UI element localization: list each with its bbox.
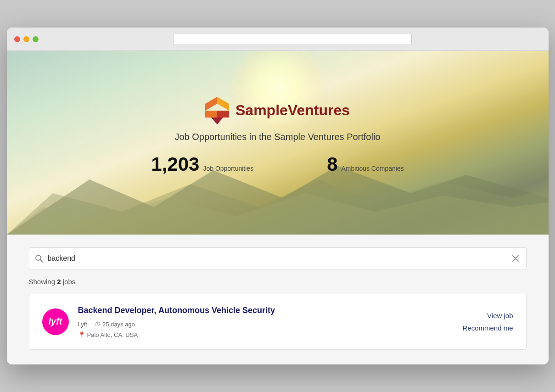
traffic-lights — [14, 36, 39, 42]
hero-tagline: Job Opportunities in the Sample Ventures… — [174, 132, 380, 142]
job-info: Backend Developer, Autonomous Vehicle Se… — [78, 305, 454, 338]
recommend-button[interactable]: Recommend me — [462, 324, 513, 332]
address-bar[interactable] — [173, 33, 412, 45]
svg-marker-5 — [217, 111, 229, 118]
clear-search-button[interactable] — [510, 253, 521, 263]
company-name: Lyft — [78, 321, 87, 328]
search-bar — [29, 247, 527, 269]
job-title: Backend Developer, Autonomous Vehicle Se… — [78, 305, 454, 316]
maximize-button[interactable] — [33, 36, 39, 42]
minimize-button[interactable] — [23, 36, 29, 42]
svg-line-9 — [40, 260, 42, 262]
job-location: 📍 Palo Alto, CA, USA — [78, 331, 454, 338]
hero-section: SampleVentures Job Opportunities in the … — [7, 51, 549, 235]
jobs-count: 1,203 — [151, 153, 199, 175]
svg-marker-6 — [205, 111, 217, 118]
svg-marker-4 — [205, 97, 217, 111]
jobs-stat: 1,203 Job Opportunities — [151, 153, 253, 175]
search-section: Showing 2 jobs lyft Backend Developer, A… — [7, 235, 549, 364]
jobs-label: Job Opportunities — [203, 165, 253, 172]
showing-prefix: Showing — [29, 278, 56, 286]
browser-window: SampleVentures Job Opportunities in the … — [7, 28, 549, 364]
clock-icon: ⏱ — [95, 321, 101, 328]
companies-label: Ambitious Companies — [342, 165, 404, 172]
brand-logo-icon — [205, 97, 229, 124]
browser-chrome — [7, 28, 549, 51]
search-icon — [35, 254, 43, 263]
view-job-button[interactable]: View job — [487, 312, 513, 319]
job-card: lyft Backend Developer, Autonomous Vehic… — [29, 294, 527, 349]
showing-suffix: jobs — [63, 278, 76, 286]
svg-marker-7 — [211, 118, 223, 124]
close-button[interactable] — [14, 36, 20, 42]
companies-stat: 8 Ambitious Companies — [327, 153, 404, 175]
job-meta: Lyft ⏱ 25 days ago — [78, 321, 454, 328]
job-actions: View job Recommend me — [462, 312, 513, 332]
company-logo-text: lyft — [49, 316, 62, 327]
companies-count: 8 — [327, 153, 337, 175]
logo-row: SampleVentures — [205, 97, 350, 124]
company-logo: lyft — [42, 308, 69, 335]
hero-stats: 1,203 Job Opportunities 8 Ambitious Comp… — [151, 153, 404, 175]
location-icon: 📍 — [78, 331, 85, 338]
svg-marker-3 — [217, 97, 229, 111]
hero-content: SampleVentures Job Opportunities in the … — [151, 97, 404, 175]
brand-name: SampleVentures — [235, 102, 350, 119]
showing-count: 2 — [57, 278, 61, 286]
posted-time: ⏱ 25 days ago — [95, 321, 135, 328]
showing-text: Showing 2 jobs — [29, 278, 527, 286]
search-input[interactable] — [48, 254, 506, 263]
